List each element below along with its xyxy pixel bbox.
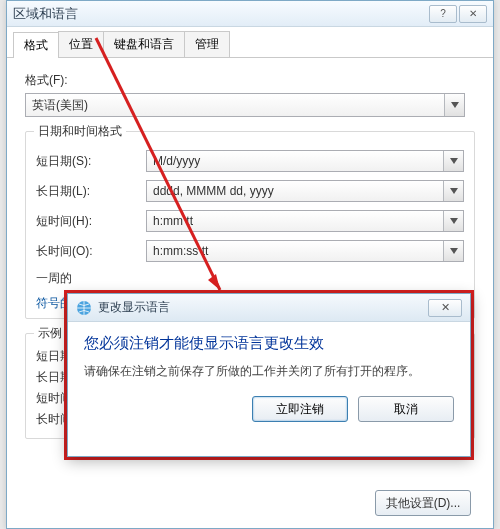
titlebar: 区域和语言 ? ✕: [7, 1, 493, 27]
examples-group-title: 示例: [34, 325, 66, 342]
dialog-highlight: 更改显示语言 ✕ 您必须注销才能使显示语言更改生效 请确保在注销之前保存了所做的…: [64, 290, 474, 460]
chevron-down-icon: [443, 151, 463, 171]
tab-admin[interactable]: 管理: [184, 31, 230, 57]
tab-location[interactable]: 位置: [58, 31, 104, 57]
chevron-down-icon: [443, 181, 463, 201]
chevron-down-icon: [443, 211, 463, 231]
chevron-down-icon: [444, 94, 464, 116]
short-time-label: 短时间(H):: [36, 213, 146, 230]
long-time-select[interactable]: h:mm:ss tt: [146, 240, 464, 262]
short-date-value: M/d/yyyy: [153, 154, 200, 168]
dialog-title: 更改显示语言: [98, 299, 170, 316]
format-select-value: 英语(美国): [32, 97, 88, 114]
dialog-message: 请确保在注销之前保存了所做的工作并关闭了所有打开的程序。: [84, 363, 454, 380]
dialog-titlebar: 更改显示语言 ✕: [68, 294, 470, 322]
logoff-now-button[interactable]: 立即注销: [252, 396, 348, 422]
tab-format[interactable]: 格式: [13, 32, 59, 58]
short-time-value: h:mm tt: [153, 214, 193, 228]
change-language-dialog: 更改显示语言 ✕ 您必须注销才能使显示语言更改生效 请确保在注销之前保存了所做的…: [67, 293, 471, 457]
short-date-select[interactable]: M/d/yyyy: [146, 150, 464, 172]
tab-keyboard[interactable]: 键盘和语言: [103, 31, 185, 57]
other-settings-button[interactable]: 其他设置(D)...: [375, 490, 471, 516]
globe-icon: [76, 300, 92, 316]
week-label: 一周的: [36, 270, 146, 287]
long-time-label: 长时间(O):: [36, 243, 146, 260]
window-title: 区域和语言: [13, 5, 78, 23]
long-date-label: 长日期(L):: [36, 183, 146, 200]
short-date-label: 短日期(S):: [36, 153, 146, 170]
long-date-value: dddd, MMMM dd, yyyy: [153, 184, 274, 198]
cancel-button[interactable]: 取消: [358, 396, 454, 422]
datetime-group-title: 日期和时间格式: [34, 123, 126, 140]
format-label: 格式(F):: [25, 72, 475, 89]
long-time-value: h:mm:ss tt: [153, 244, 208, 258]
dialog-close-button[interactable]: ✕: [428, 299, 462, 317]
help-button[interactable]: ?: [429, 5, 457, 23]
dialog-heading: 您必须注销才能使显示语言更改生效: [84, 334, 454, 353]
tab-strip: 格式 位置 键盘和语言 管理: [7, 27, 493, 58]
chevron-down-icon: [443, 241, 463, 261]
format-select[interactable]: 英语(美国): [25, 93, 465, 117]
short-time-select[interactable]: h:mm tt: [146, 210, 464, 232]
close-button[interactable]: ✕: [459, 5, 487, 23]
long-date-select[interactable]: dddd, MMMM dd, yyyy: [146, 180, 464, 202]
